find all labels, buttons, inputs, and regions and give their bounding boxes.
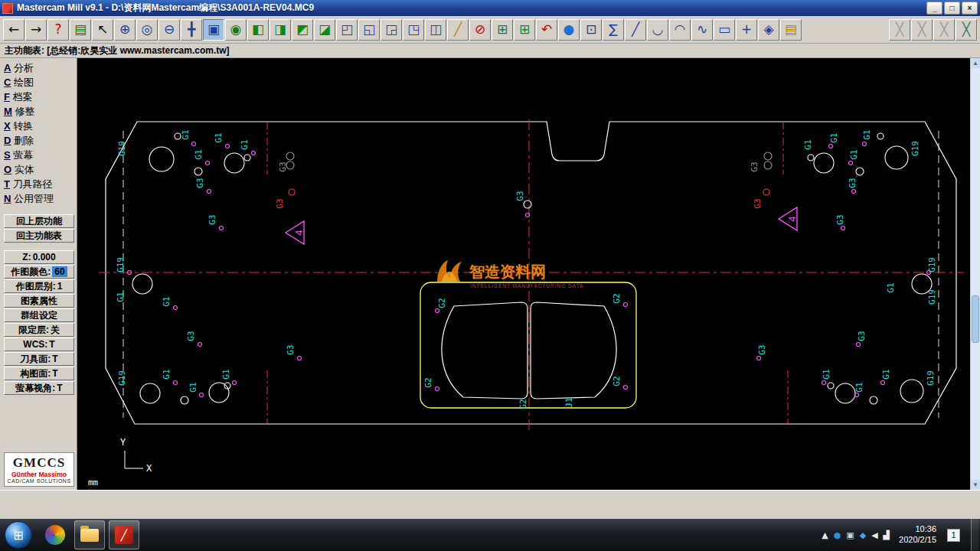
cad-label: G3	[186, 331, 196, 341]
volume-icon[interactable]: ◀	[871, 530, 877, 540]
vertical-scrollbar[interactable]: ▲ ▼	[970, 58, 980, 490]
sidebar-item-screen[interactable]: S 萤幕	[4, 148, 74, 162]
cplane-iso-icon[interactable]: ◳	[403, 19, 424, 41]
trim-1-icon[interactable]: ╳	[889, 19, 910, 41]
pocket-boundary	[420, 282, 636, 408]
gview-button[interactable]: 萤幕视角:T	[4, 381, 74, 395]
tray-app-blue-icon[interactable]: ●	[834, 530, 841, 540]
gmccs-logo: GMCCS Günther Massimo CAD/CAM SOLUTIONS	[4, 452, 74, 487]
cad-label: G1	[162, 369, 172, 379]
back-arrow-icon[interactable]: ←	[3, 19, 24, 41]
scroll-up-arrow[interactable]: ▲	[971, 58, 980, 68]
file-doc-icon[interactable]: ▤	[70, 19, 91, 41]
zoom-icon[interactable]: ⊕	[114, 19, 136, 41]
arc-icon[interactable]: ◡	[647, 19, 668, 41]
cplane-3d-icon[interactable]: ◫	[425, 19, 446, 41]
draw-color-button[interactable]: 作图颜色:60	[4, 265, 74, 279]
gview-side-icon[interactable]: ◩	[292, 19, 313, 41]
line-icon[interactable]: ╱	[625, 19, 646, 41]
back-up-button[interactable]: 回上层功能	[4, 214, 74, 228]
level-limit-button[interactable]: 限定层:关	[4, 323, 74, 337]
trim-2-icon[interactable]: ╳	[911, 19, 933, 41]
surface-icon[interactable]: ◈	[758, 19, 779, 41]
sketch-icon[interactable]: ╱	[447, 19, 469, 41]
maximize-button[interactable]: □	[944, 2, 960, 15]
scroll-down-arrow[interactable]: ▼	[971, 480, 980, 490]
zoom-window-icon[interactable]: ◎	[136, 19, 158, 41]
cplane-button[interactable]: 构图面:T	[4, 367, 74, 380]
taskbar-mastercam-button[interactable]	[109, 520, 139, 549]
taskbar-browser-button[interactable]	[40, 520, 70, 549]
screen-grab-icon[interactable]: ⊞	[492, 19, 513, 41]
spline-icon[interactable]: ∿	[691, 19, 713, 41]
forward-arrow-icon[interactable]: →	[25, 19, 47, 41]
cplane-top-icon[interactable]: ◰	[336, 19, 358, 41]
drawing-area[interactable]: 智造资料网 INTELLIGENT MANUFACTURING DATA Y X…	[77, 58, 980, 490]
scrollbar-thumb[interactable]	[972, 295, 979, 343]
cad-label: G1	[188, 382, 198, 392]
window-title: Mastercam Mill v9.1 - D:\资料网Mastercam编程\…	[17, 2, 925, 15]
zoom-out-icon[interactable]: ⊖	[158, 19, 180, 41]
group-set-button[interactable]: 群组设定	[4, 308, 74, 322]
cad-label: G1	[240, 139, 250, 149]
input-method-indicator[interactable]: 1	[947, 529, 960, 542]
sidebar-item-create[interactable]: C 绘图	[4, 75, 74, 90]
z-depth-button[interactable]: Z:0.000	[4, 250, 74, 264]
sidebar-item-delete[interactable]: D 删除	[4, 133, 74, 148]
tool-plane-button[interactable]: 刀具面:T	[4, 352, 74, 366]
minimize-button[interactable]: _	[926, 2, 942, 15]
tray-app-window-icon[interactable]: ▣	[846, 530, 854, 540]
sidebar-item-xform[interactable]: X 转换	[4, 119, 74, 133]
rectangle-icon[interactable]: ▭	[714, 19, 735, 41]
sidebar-nav-buttons: 回上层功能回主功能表	[4, 214, 74, 243]
trim-4-icon[interactable]: ╳	[956, 19, 977, 41]
pan-icon[interactable]: ╋	[181, 19, 202, 41]
screen-next-icon[interactable]: ⊞	[514, 19, 535, 41]
gview-front-icon[interactable]: ◨	[270, 19, 291, 41]
cad-canvas[interactable]: 智造资料网 INTELLIGENT MANUFACTURING DATA Y X…	[77, 58, 970, 490]
attributes-button[interactable]: 图素属性	[4, 294, 74, 308]
tray-app-diamond-icon[interactable]: ◆	[860, 530, 866, 540]
trim-3-icon[interactable]: ╳	[933, 19, 955, 41]
layers-icon[interactable]: ▤	[780, 19, 802, 41]
sidebar-item-nc-utils[interactable]: N 公用管理	[4, 191, 74, 206]
cplane-front-icon[interactable]: ◱	[358, 19, 380, 41]
fillet-icon[interactable]: ◠	[669, 19, 691, 41]
hidden-icons-arrow[interactable]: ▲	[822, 530, 828, 540]
cad-hole-circle	[764, 152, 772, 160]
sidebar-item-modify[interactable]: M 修整	[4, 104, 74, 119]
cad-label: J1	[564, 397, 574, 407]
cursor-help-icon[interactable]: ↖	[92, 19, 113, 41]
shading-icon[interactable]: ●	[558, 19, 580, 41]
sidebar-item-solids[interactable]: O 实体	[4, 162, 74, 177]
prompt-area[interactable]	[0, 490, 980, 519]
calc-sigma-icon[interactable]: ∑	[603, 19, 624, 41]
point-icon[interactable]: +	[736, 19, 757, 41]
taskbar-explorer-button[interactable]	[74, 520, 105, 549]
sidebar-item-file[interactable]: F 档案	[4, 90, 74, 104]
gview-iso-icon[interactable]: ◪	[314, 19, 335, 41]
help-icon[interactable]: ?	[47, 19, 69, 41]
draw-level-button[interactable]: 作图层别:1	[4, 279, 74, 293]
cad-label: G3	[750, 161, 760, 171]
main-menu-button[interactable]: 回主功能表	[4, 229, 74, 243]
wcs-button[interactable]: WCS:T	[4, 337, 74, 351]
viewport-icon[interactable]: ⊡	[580, 19, 602, 41]
network-icon[interactable]: ▟	[884, 530, 890, 540]
gview-top-icon[interactable]: ◧	[247, 19, 269, 41]
undo-icon[interactable]: ↶	[536, 19, 557, 41]
hotkey-letter: C	[4, 77, 11, 88]
cad-hole-circle	[829, 145, 833, 148]
taskbar-clock[interactable]: 10:36 2020/2/15	[899, 524, 936, 546]
cad-label: G3	[757, 344, 767, 354]
cad-label: G3	[857, 331, 867, 341]
sidebar-item-toolpaths[interactable]: T 刀具路径	[4, 177, 74, 191]
close-button[interactable]: ×	[962, 2, 978, 15]
repaint-icon[interactable]: ◉	[225, 19, 247, 41]
cplane-side-icon[interactable]: ◲	[381, 19, 402, 41]
fit-screen-icon[interactable]: ▣	[203, 19, 224, 41]
delete-mode-icon[interactable]: ⊘	[469, 19, 491, 41]
start-button[interactable]: ⊞	[5, 521, 32, 549]
sidebar-item-analyze[interactable]: A 分析	[4, 60, 74, 75]
show-desktop-button[interactable]	[971, 519, 978, 551]
